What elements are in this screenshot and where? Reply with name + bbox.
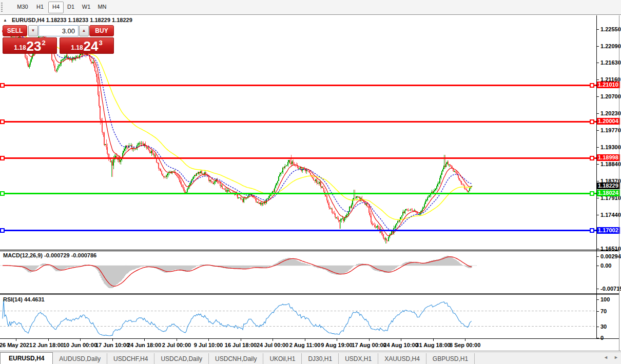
time-tick-label: 24 Jun 18:00 <box>127 342 161 348</box>
timeframe-button-mn[interactable]: MN <box>94 2 110 12</box>
time-axis-tick <box>401 339 401 341</box>
panel-divider[interactable] <box>0 250 619 250</box>
sell-button[interactable]: SELL <box>3 25 27 36</box>
axis-tick <box>597 147 599 148</box>
axis-tick <box>597 338 599 338</box>
tabs-scroll-left-icon[interactable]: ◄ <box>604 355 608 360</box>
timeframe-button-h4[interactable]: H4 <box>48 2 64 13</box>
chart-symbol-period: EURUSD,H4 <box>12 17 45 23</box>
axis-tick <box>597 311 599 312</box>
current-price-label: 1.18229 <box>597 183 620 189</box>
time-tick-label: 2 Aug 11:00 <box>289 342 321 348</box>
time-axis-tick <box>369 339 370 341</box>
price-tick-label: 1.22090 <box>600 43 621 49</box>
chart-tab-audusd-daily[interactable]: AUDUSD,Daily <box>53 353 107 364</box>
chart-tab-xauusd-h4[interactable]: XAUUSD,H4 <box>378 353 426 364</box>
axis-tick <box>597 29 599 30</box>
panel-divider[interactable] <box>0 293 619 294</box>
level-price-label: 1.21010 <box>597 82 620 88</box>
level-price-label: 1.20004 <box>597 118 620 125</box>
sell-price-prefix: 1.18 <box>14 44 26 51</box>
axis-tick <box>597 256 599 257</box>
axis-tick <box>597 46 599 47</box>
one-click-toggle-icon[interactable]: ▲ <box>3 18 7 23</box>
price-tick-label: 1.20700 <box>600 93 621 99</box>
macd-tick-label: -0.007151 <box>600 286 621 292</box>
sell-price-box[interactable]: 1.18 23 2 <box>3 37 57 54</box>
time-axis-tick <box>144 339 145 341</box>
time-tick-label: 2 Jun 18:00 <box>33 342 64 348</box>
volume-increase-button[interactable]: ▲ <box>79 25 89 36</box>
price-tick-label: 1.22550 <box>600 26 621 32</box>
rsi-tick-label: 0 <box>600 335 604 341</box>
price-tick-label: 1.18840 <box>600 161 621 167</box>
level-price-label: 1.17002 <box>597 227 620 234</box>
timeframe-button-d1[interactable]: D1 <box>64 2 78 12</box>
price-tick-label: 1.20230 <box>600 110 621 116</box>
time-tick-label: 2 Jul 00:00 <box>162 342 191 348</box>
window-right-frame <box>619 15 619 351</box>
timeframe-button-w1[interactable]: W1 <box>79 2 93 12</box>
buy-price-main: 24 <box>84 39 99 53</box>
price-tick-label: 1.19770 <box>600 127 621 133</box>
time-tick-label: 8 Sep 00:00 <box>450 342 481 348</box>
time-axis-tick <box>241 339 241 341</box>
axis-tick <box>597 130 599 131</box>
axis-tick <box>597 198 599 198</box>
sell-price-pip: 2 <box>42 39 46 47</box>
volume-decrease-button[interactable]: ▼ <box>28 25 38 36</box>
time-axis-tick <box>433 339 434 341</box>
macd-tick-label: 0.002947 <box>600 253 621 259</box>
chart-tab-dj30-h1[interactable]: DJ30,H1 <box>302 353 339 364</box>
time-tick-label: 16 Jul 18:00 <box>225 342 257 348</box>
sell-price-main: 23 <box>27 39 42 53</box>
price-tick-label: 1.17440 <box>600 212 621 218</box>
chart-tab-eurusd-h4[interactable]: EURUSD,H4 <box>0 352 53 364</box>
status-divider <box>0 351 621 351</box>
time-tick-label: 9 Jul 10:00 <box>194 342 223 348</box>
axis-tick <box>597 181 599 181</box>
chart-tab-gbpusd-h1[interactable]: GBPUSD,H1 <box>426 353 475 364</box>
buy-price-pip: 3 <box>99 39 103 47</box>
price-tick-label: 1.16510 <box>600 246 621 252</box>
one-click-trading-panel: SELL ▼ ▲ BUY 1.18 23 2 1.18 24 3 <box>3 25 114 54</box>
macd-tick-label: 0.00 <box>600 262 611 269</box>
time-axis-tick <box>16 339 16 341</box>
axis-tick <box>597 164 599 165</box>
axis-tick <box>597 299 599 300</box>
axis-tick <box>597 266 599 266</box>
time-axis-tick <box>208 339 209 341</box>
axis-tick <box>597 289 599 289</box>
buy-button[interactable]: BUY <box>89 25 114 36</box>
time-axis-tick <box>112 339 113 341</box>
rsi-tick-label: 70 <box>600 308 607 314</box>
level-price-label: 1.18998 <box>597 154 620 161</box>
chart-tab-usdcad-daily[interactable]: USDCAD,Daily <box>154 353 209 364</box>
volume-input[interactable] <box>38 25 79 36</box>
chart-tab-usdcnh-daily[interactable]: USDCNH,Daily <box>209 353 263 364</box>
rsi-panel-canvas[interactable] <box>0 295 596 339</box>
chart-tab-usdchf-h4[interactable]: USDCHF,H4 <box>107 353 154 364</box>
toolbar-grip-handle[interactable] <box>1 3 3 12</box>
timeframe-button-h1[interactable]: H1 <box>33 2 47 12</box>
time-axis-tick <box>305 339 305 341</box>
rsi-tick-label: 30 <box>600 323 607 330</box>
trading-platform-window: M30 H1 H4 D1 W1 MN ▲ EURUSD,H4 1.18233 1… <box>0 0 621 364</box>
chart-ohlc-values: 1.18233 1.18233 1.18229 1.18229 <box>46 17 132 23</box>
chart-tab-usdx-h1[interactable]: USDX,H1 <box>339 353 378 364</box>
tabs-scroll-right-icon[interactable]: ► <box>614 355 618 360</box>
time-axis-tick <box>80 339 81 341</box>
time-tick-label: 24 Jul 00:00 <box>257 342 288 348</box>
rsi-indicator-label: RSI(14) 44.4631 <box>3 296 45 302</box>
time-tick-label: 26 May 2021 <box>0 342 32 348</box>
level-price-label: 1.18024 <box>597 190 620 196</box>
timeframe-button-m30[interactable]: M30 <box>13 2 32 12</box>
axis-tick <box>597 63 599 63</box>
time-tick-label: 17 Jun 10:00 <box>95 342 129 348</box>
price-tick-label: 1.19300 <box>600 144 621 150</box>
buy-price-box[interactable]: 1.18 24 3 <box>60 37 114 54</box>
chart-tab-ukoil-h1[interactable]: UKOil,H1 <box>263 353 302 364</box>
axis-tick <box>597 113 599 114</box>
time-axis-tick <box>337 339 337 341</box>
price-axis-border <box>596 15 597 339</box>
